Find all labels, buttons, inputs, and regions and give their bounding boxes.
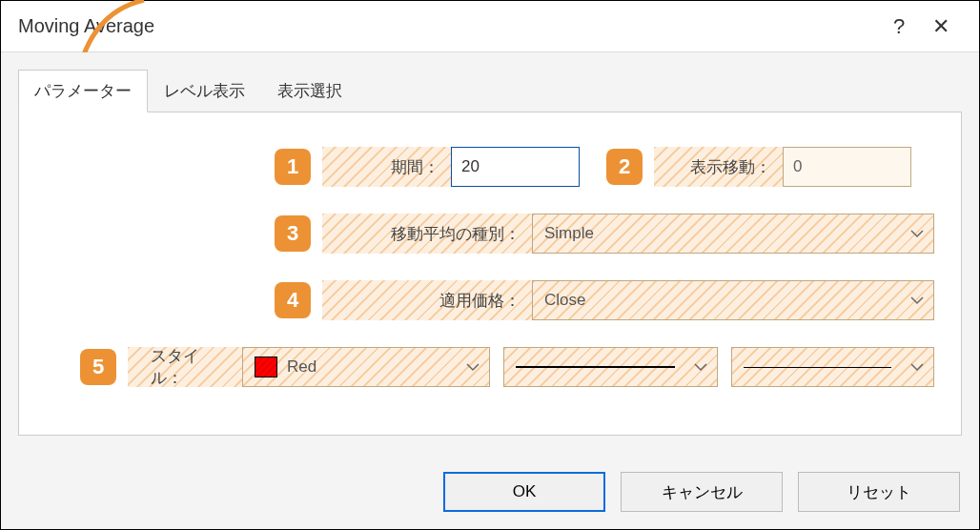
panel-parameters: 1 期間： 20 2 表示移動： 0 3 移動平均の種別： Simple <box>18 112 962 436</box>
line-style-sample-icon <box>516 366 675 368</box>
dialog-window: Moving Average ? ✕ パラメーター レベル表示 表示選択 1 期… <box>0 0 980 530</box>
chevron-down-icon <box>694 362 707 372</box>
help-button[interactable]: ? <box>878 14 920 39</box>
select-apply-to[interactable]: Close <box>532 280 934 320</box>
tab-levels[interactable]: レベル表示 <box>148 70 261 112</box>
select-color-value: Red <box>287 357 316 377</box>
chevron-down-icon <box>466 362 480 372</box>
select-apply-to-value: Close <box>544 291 585 310</box>
badge-3: 3 <box>275 215 311 252</box>
select-method[interactable]: Simple <box>532 214 934 254</box>
select-method-value: Simple <box>544 224 594 243</box>
badge-1: 1 <box>275 149 311 185</box>
line-width-sample-icon <box>744 367 891 368</box>
cancel-button[interactable]: キャンセル <box>621 472 783 512</box>
select-line-width[interactable] <box>731 347 934 387</box>
row-apply-to: 4 適用価格： Close <box>46 280 934 320</box>
color-swatch-icon <box>255 357 277 377</box>
reset-button[interactable]: リセット <box>798 472 960 512</box>
select-color[interactable]: Red <box>242 347 490 387</box>
button-bar: OK キャンセル リセット <box>443 472 960 512</box>
titlebar: Moving Average ? ✕ <box>1 1 979 52</box>
label-shift: 表示移動： <box>654 147 783 187</box>
chevron-down-icon <box>910 229 924 238</box>
chevron-down-icon <box>910 296 924 305</box>
row-period-shift: 1 期間： 20 2 表示移動： 0 <box>46 147 934 187</box>
row-method: 3 移動平均の種別： Simple <box>46 214 934 254</box>
badge-5: 5 <box>80 349 116 385</box>
dialog-body: パラメーター レベル表示 表示選択 1 期間： 20 2 表示移動： 0 3 移… <box>1 52 979 529</box>
badge-4: 4 <box>275 282 311 318</box>
label-style: スタイル： <box>128 347 242 387</box>
tabs: パラメーター レベル表示 表示選択 <box>18 70 962 112</box>
badge-2: 2 <box>606 149 643 185</box>
label-method: 移動平均の種別： <box>322 214 532 254</box>
window-title: Moving Average <box>18 15 878 37</box>
tab-parameters[interactable]: パラメーター <box>18 70 148 112</box>
close-button[interactable]: ✕ <box>920 14 962 39</box>
select-line-style[interactable] <box>503 347 718 387</box>
row-style: 5 スタイル： Red <box>46 347 934 387</box>
ok-button[interactable]: OK <box>443 472 605 512</box>
chevron-down-icon <box>910 362 924 372</box>
label-apply-to: 適用価格： <box>322 280 532 320</box>
input-period[interactable]: 20 <box>451 147 580 187</box>
label-period: 期間： <box>322 147 451 187</box>
tab-visualization[interactable]: 表示選択 <box>261 70 358 112</box>
input-shift[interactable]: 0 <box>783 147 911 187</box>
